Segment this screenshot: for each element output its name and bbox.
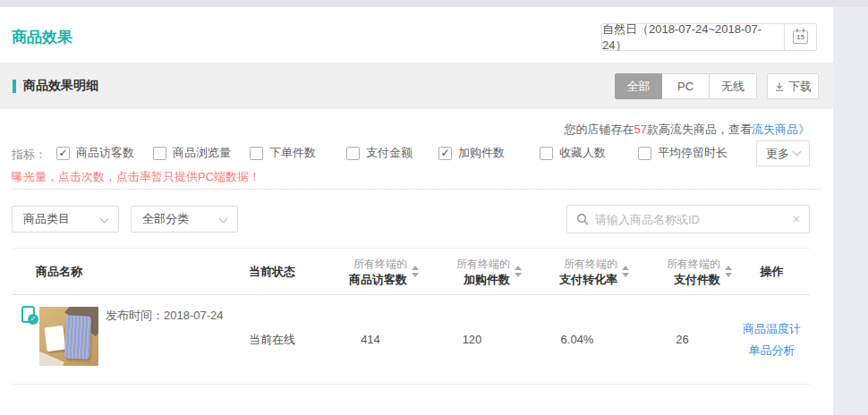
product-image[interactable] xyxy=(39,307,98,366)
header-prefix: 所有终端的 xyxy=(353,257,407,272)
page-top-strip xyxy=(0,0,868,7)
download-button[interactable]: 下载 xyxy=(767,73,819,99)
page-right-strip xyxy=(833,7,868,415)
checkbox-icon[interactable] xyxy=(56,147,70,160)
calendar-icon[interactable]: 15 xyxy=(784,24,816,50)
header-conversion-rate: 所有终端的 支付转化率 xyxy=(523,257,631,287)
download-icon xyxy=(774,81,785,92)
chevron-down-icon xyxy=(793,148,802,157)
terminal-tabs: 全部 PC 无线 xyxy=(615,73,757,99)
header-prefix: 所有终端的 xyxy=(564,257,617,272)
sort-icon[interactable] xyxy=(725,266,732,277)
metric-checkbox-avg-stay-time[interactable]: 平均停留时长 xyxy=(638,145,728,161)
metric-label: 收藏人数 xyxy=(559,145,606,161)
header-label: 支付件数 xyxy=(674,272,720,287)
metric-checkbox-visitors[interactable]: 商品访客数 xyxy=(56,145,134,161)
header-label: 支付转化率 xyxy=(559,272,617,287)
product-info: 发布时间：2018-07-24 xyxy=(106,308,224,324)
single-product-analysis-link[interactable]: 单品分析 xyxy=(749,344,796,356)
checkbox-icon[interactable] xyxy=(153,147,166,160)
calendar-glyph: 15 xyxy=(793,30,808,44)
metric-label: 商品浏览量 xyxy=(173,145,231,161)
visitors-value: 414 xyxy=(361,333,380,346)
category-dropdown[interactable]: 商品类目 xyxy=(12,206,119,233)
checkbox-icon[interactable] xyxy=(250,147,263,160)
search-input[interactable] xyxy=(595,213,787,226)
checkbox-icon[interactable] xyxy=(638,147,651,160)
status-text: 当前在线 xyxy=(249,332,295,348)
conversion-rate-cell: 6.04% xyxy=(523,295,631,384)
loss-count: 57 xyxy=(634,123,647,136)
category-dropdown-value: 商品类目 xyxy=(23,211,70,227)
visitors-cell: 414 xyxy=(320,295,421,384)
metric-checkbox-orders[interactable]: 下单件数 xyxy=(250,145,316,161)
white-shirt-shape xyxy=(44,326,65,351)
date-range-selector[interactable]: 自然日（2018-07-24~2018-07-24） 15 xyxy=(601,23,817,51)
page-title: 商品效果 xyxy=(12,27,72,47)
sort-icon[interactable] xyxy=(515,266,522,277)
metric-label: 加购件数 xyxy=(458,145,505,161)
section-bar: 商品效果明细 全部 PC 无线 下载 xyxy=(0,63,833,109)
classification-dropdown-value: 全部分类 xyxy=(142,211,189,227)
sort-icon[interactable] xyxy=(622,266,629,277)
more-metrics-button[interactable]: 更多 xyxy=(756,140,810,166)
publish-time: 发布时间：2018-07-24 xyxy=(106,309,224,322)
loss-products-link[interactable]: 流失商品》 xyxy=(752,123,810,136)
metric-label: 支付金额 xyxy=(366,145,413,161)
product-thermometer-link[interactable]: 商品温度计 xyxy=(743,323,801,335)
checkbox-icon[interactable] xyxy=(438,147,452,160)
header-label: 商品访客数 xyxy=(349,272,407,287)
products-table: 商品名称 当前状态 所有终端的 商品访客数 所有终端的 加购件数 xyxy=(12,248,810,385)
mobile-online-icon: ✓ xyxy=(21,306,35,323)
tab-all[interactable]: 全部 xyxy=(615,73,662,99)
chevron-down-icon xyxy=(100,214,109,223)
header-label: 操作 xyxy=(761,264,784,280)
metric-checkbox-views[interactable]: 商品浏览量 xyxy=(153,145,231,161)
table-row: ✓ 发布时间：2018-07-24 当前在线 414 xyxy=(12,295,810,385)
clear-icon[interactable]: × xyxy=(793,213,800,225)
header-label: 商品名称 xyxy=(36,264,82,280)
section-accent-bar xyxy=(13,80,16,93)
status-cell: 当前在线 xyxy=(240,295,320,384)
loss-products-notice: 您的店铺存在57款高流失商品，查看流失商品》 xyxy=(565,122,810,138)
table-header-row: 商品名称 当前状态 所有终端的 商品访客数 所有终端的 加购件数 xyxy=(12,248,810,295)
metric-checkbox-favorites[interactable]: 收藏人数 xyxy=(540,145,606,161)
floor-shape xyxy=(39,350,64,366)
section-title: 商品效果明细 xyxy=(23,78,98,94)
header-prefix: 所有终端的 xyxy=(667,257,720,272)
actions-cell: 商品温度计 单品分析 xyxy=(734,295,810,384)
metric-checkbox-payment-amount[interactable]: 支付金额 xyxy=(346,145,413,161)
payment-count-cell: 26 xyxy=(631,295,734,384)
sort-icon[interactable] xyxy=(412,266,419,277)
checkbox-icon[interactable] xyxy=(346,147,360,160)
check-badge-icon: ✓ xyxy=(28,314,38,325)
header-actions: 操作 xyxy=(734,264,810,280)
header-prefix: 所有终端的 xyxy=(456,257,510,272)
more-label: 更多 xyxy=(766,146,789,162)
classification-dropdown[interactable]: 全部分类 xyxy=(131,206,238,233)
metric-checkbox-cart-adds[interactable]: 加购件数 xyxy=(438,145,505,161)
dotted-divider xyxy=(12,189,821,190)
cart-adds-value: 120 xyxy=(463,333,482,346)
tab-wireless[interactable]: 无线 xyxy=(710,73,757,99)
checkbox-icon[interactable] xyxy=(540,147,553,160)
payment-count-value: 26 xyxy=(676,333,688,346)
blue-shirt-shape xyxy=(64,315,91,359)
content-card: 商品效果 自然日（2018-07-24~2018-07-24） 15 商品效果明… xyxy=(0,0,833,415)
header-label: 加购件数 xyxy=(464,272,510,287)
header-cart-adds: 所有终端的 加购件数 xyxy=(421,257,523,287)
metrics-label: 指标： xyxy=(12,147,47,163)
header-current-status: 当前状态 xyxy=(240,264,320,280)
search-icon xyxy=(576,213,589,225)
tab-pc[interactable]: PC xyxy=(662,73,710,99)
header-product-name: 商品名称 xyxy=(12,264,240,280)
notice-middle: 款高流失商品，查看 xyxy=(647,123,752,136)
cart-adds-cell: 120 xyxy=(421,295,523,384)
metric-label: 下单件数 xyxy=(269,145,316,161)
metric-label: 商品访客数 xyxy=(76,145,134,161)
download-label: 下载 xyxy=(788,79,812,95)
metric-label: 平均停留时长 xyxy=(658,145,728,161)
notice-prefix: 您的店铺存在 xyxy=(565,123,634,136)
pc-data-warning: 曝光量，点击次数，点击率暂只提供PC端数据！ xyxy=(12,169,260,185)
header-visitors: 所有终端的 商品访客数 xyxy=(320,257,421,287)
